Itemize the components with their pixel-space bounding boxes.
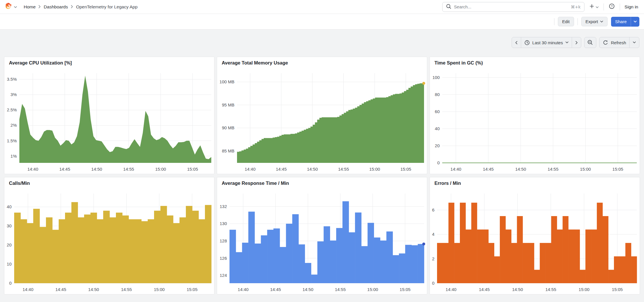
time-shift-forward-button[interactable] [572,37,581,48]
svg-text:100 MB: 100 MB [219,79,234,84]
share-button[interactable]: Share [611,17,631,27]
help-icon: ? [609,3,615,10]
search-shortcut-badge: ⌘+k [571,5,581,9]
panel-calls-per-min: Calls/Min 01020304014:4014:4514:5014:551… [4,177,214,294]
breadcrumb-home[interactable]: Home [24,4,36,10]
svg-text:15:05: 15:05 [612,287,623,292]
svg-text:126: 126 [220,256,227,261]
memory-usage-chart: 85 MB90 MB95 MB100 MB14:4014:4514:5014:5… [217,66,427,174]
svg-text:3.5%: 3.5% [7,77,17,82]
svg-text:14:55: 14:55 [335,287,346,292]
panel-memory-usage: Average Total Memory Usage 85 MB90 MB95 … [217,57,427,174]
svg-text:15:05: 15:05 [400,287,411,292]
svg-text:128: 128 [220,238,227,243]
breadcrumb-dashboards[interactable]: Dashboards [44,4,68,10]
svg-text:?: ? [611,5,612,8]
svg-text:14:40: 14:40 [450,167,461,172]
refresh-button[interactable]: Refresh [599,37,629,48]
export-button[interactable]: Export [581,17,608,26]
svg-text:15:05: 15:05 [400,167,411,172]
share-chevron-down-icon [634,21,637,23]
svg-text:40: 40 [7,204,12,209]
search-input[interactable]: Search... ⌘+k [442,2,584,12]
refresh-interval-button[interactable] [629,37,639,48]
time-range-chevron-down-icon [565,41,569,44]
svg-text:15:00: 15:00 [580,167,591,172]
sign-in-button[interactable]: Sign in [623,4,639,10]
svg-text:14:55: 14:55 [121,287,132,292]
nav-divider [604,3,604,10]
svg-text:4: 4 [432,232,434,237]
breadcrumb-separator-icon [71,4,73,10]
plus-icon [589,4,594,10]
panel-title: Average Total Memory Usage [217,57,427,66]
svg-text:14:40: 14:40 [446,287,457,292]
panel-gc-time: Time Spent in GC (%) 02040608010014:4014… [430,57,640,174]
grafana-logo-icon [5,2,12,11]
svg-text:20: 20 [7,242,12,247]
export-chevron-down-icon [600,21,603,23]
edit-button[interactable]: Edit [558,17,574,26]
toolbar-divider [554,18,554,25]
svg-text:85 MB: 85 MB [222,148,234,153]
toolbar-divider [578,18,578,25]
svg-text:14:50: 14:50 [512,287,523,292]
svg-text:130: 130 [220,221,227,226]
dashboard-toolbar: Edit Export Share [0,14,644,30]
svg-text:132: 132 [220,204,227,209]
svg-text:14:45: 14:45 [276,167,287,172]
svg-text:14:40: 14:40 [27,167,38,172]
svg-text:1.5%: 1.5% [7,138,17,143]
svg-text:14:40: 14:40 [245,167,256,172]
errors-per-min-chart: 024614:4014:4514:5014:5515:0015:05 [430,186,640,294]
time-range-group: Last 30 minutes [512,37,582,48]
panel-title: Average Response Time / Min [217,177,427,186]
svg-text:14:55: 14:55 [338,167,349,172]
add-new-chevron-down-icon [596,4,599,10]
refresh-group: Refresh [599,37,639,48]
svg-text:10: 10 [7,262,12,266]
breadcrumb: Home Dashboards OpenTelemetry for Legacy… [24,4,138,10]
nav-divider [620,3,620,10]
logo-chevron-down-icon [14,4,17,10]
zoom-out-icon [587,40,593,45]
svg-text:15:00: 15:00 [369,167,380,172]
svg-text:15:05: 15:05 [612,167,623,172]
add-new-button[interactable] [588,2,600,11]
svg-text:15:00: 15:00 [367,287,378,292]
share-button-group: Share [611,17,639,27]
zoom-out-time-button[interactable] [584,37,596,48]
svg-text:14:45: 14:45 [59,167,70,172]
top-nav: Home Dashboards OpenTelemetry for Legacy… [0,0,644,14]
svg-text:2%: 2% [10,123,17,128]
svg-text:15:05: 15:05 [187,167,198,172]
svg-text:2: 2 [432,256,434,261]
svg-text:14:45: 14:45 [483,167,494,172]
svg-text:90 MB: 90 MB [222,125,234,130]
share-options-button[interactable] [631,17,639,27]
svg-text:2.5%: 2.5% [7,107,17,112]
refresh-chevron-down-icon [633,41,636,44]
svg-text:60: 60 [435,109,440,114]
svg-text:15:00: 15:00 [154,287,165,292]
svg-text:14:40: 14:40 [238,287,249,292]
svg-text:14:50: 14:50 [302,287,313,292]
svg-text:95 MB: 95 MB [222,102,234,107]
time-shift-back-button[interactable] [512,37,521,48]
refresh-label: Refresh [611,40,626,45]
svg-text:14:55: 14:55 [548,167,559,172]
panel-title: Calls/Min [4,177,214,186]
grafana-logo-button[interactable] [5,2,17,11]
help-button[interactable]: ? [607,2,616,12]
svg-text:20: 20 [435,143,440,148]
dashboard-grid: Average CPU Utilization [%] 1%1.5%2%2.5%… [0,57,644,294]
svg-text:0: 0 [437,160,440,165]
svg-text:0: 0 [9,281,12,286]
calls-per-min-chart: 01020304014:4014:4514:5014:5515:0015:05 [4,186,214,294]
response-time-chart: 12412612813013214:4014:4514:5014:5515:00… [217,186,427,294]
panel-title: Average CPU Utilization [%] [4,57,214,66]
svg-text:40: 40 [435,126,440,131]
svg-text:80: 80 [435,92,440,97]
time-range-picker-button[interactable]: Last 30 minutes [521,37,572,48]
svg-text:30: 30 [7,223,12,228]
